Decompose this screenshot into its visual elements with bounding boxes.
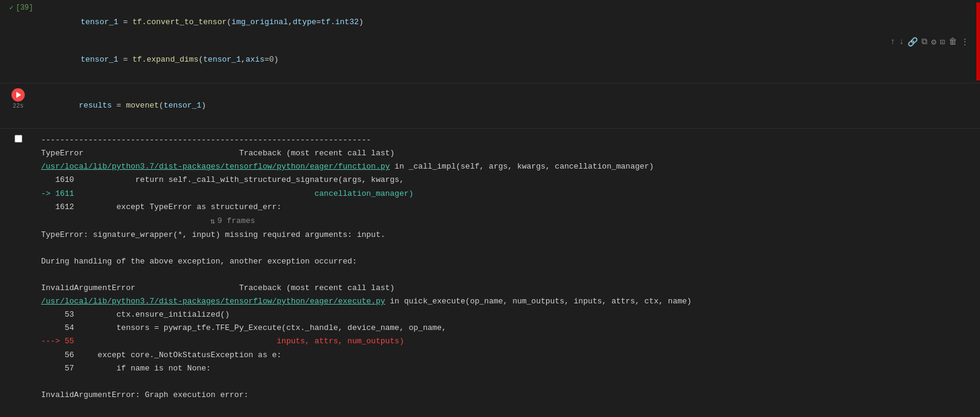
line-54: 54 tensors = pywrap_tfe.TFE_Py_Execute(c… xyxy=(41,322,975,335)
separator-line: ----------------------------------------… xyxy=(41,134,975,147)
stop-button[interactable] xyxy=(11,88,25,102)
invalid-arg-header: InvalidArgumentError Traceback (most rec… xyxy=(41,282,975,295)
monitor-icon[interactable]: ⊡ xyxy=(940,37,945,47)
frames-indicator: ⇅ 9 frames xyxy=(210,216,255,226)
line-1611-arrow: -> 1611 cancellation_manager) xyxy=(41,187,975,201)
line-1612: 1612 except TypeError as structured_err: xyxy=(41,201,975,214)
line-55-arrow: ---> 55 inputs, attrs, num_outputs) xyxy=(41,335,975,348)
scroll-up-icon[interactable]: ↑ xyxy=(890,37,895,47)
cell-toolbar: ↑ ↓ 🔗 ⧉ ⚙ ⊡ 🗑 ⋮ xyxy=(890,2,976,80)
blank-2 xyxy=(41,268,975,282)
line-53: 53 ctx.ensure_initialized() xyxy=(41,308,975,322)
notebook: ✓ [39] tensor_1 = tf.convert_to_tensor(i… xyxy=(0,0,980,417)
output-content: ----------------------------------------… xyxy=(36,131,980,417)
function-file-line: /usr/local/lib/python3.7/dist-packages/t… xyxy=(41,160,975,173)
running-gutter: 22s xyxy=(0,86,36,126)
execute-file-line: /usr/local/lib/python3.7/dist-packages/t… xyxy=(41,295,975,308)
during-handling: During handling of the above exception, … xyxy=(41,255,975,268)
type-error-header: TypeError Traceback (most recent call la… xyxy=(41,147,975,160)
red-bar xyxy=(976,2,980,80)
execute-file-link[interactable]: /usr/local/lib/python3.7/dist-packages/t… xyxy=(41,297,385,306)
output-checkbox[interactable] xyxy=(15,135,22,143)
line-56: 56 except core._NotOkStatusException as … xyxy=(41,349,975,362)
cell-output: ----------------------------------------… xyxy=(0,128,980,417)
blank-4 xyxy=(41,402,975,415)
cell-39-input: ✓ [39] tensor_1 = tf.convert_to_tensor(i… xyxy=(0,0,980,83)
trash-icon[interactable]: 🗑 xyxy=(949,37,957,47)
scroll-down-icon[interactable]: ↓ xyxy=(899,37,904,47)
function-file-link[interactable]: /usr/local/lib/python3.7/dist-packages/t… xyxy=(41,162,390,171)
error-output: ----------------------------------------… xyxy=(41,134,975,417)
frames-text: 9 frames xyxy=(218,216,255,225)
frames-chevron: ⇅ xyxy=(210,216,215,226)
blank-1 xyxy=(41,242,975,255)
copy-icon[interactable]: ⧉ xyxy=(921,37,927,47)
output-gutter xyxy=(0,131,36,417)
execution-time: 22s xyxy=(13,103,24,109)
running-code[interactable]: results = movenet(tensor_1) xyxy=(36,86,980,126)
code-line-2: tensor_1 = tf.expand_dims(tensor_1,axis=… xyxy=(43,41,885,79)
link-icon[interactable]: 🔗 xyxy=(907,37,918,47)
cell-39-gutter: ✓ [39] xyxy=(2,2,38,80)
line-1610: 1610 return self._call_with_structured_s… xyxy=(41,173,975,187)
execute-link-suffix: in quick_execute(op_name, num_outputs, i… xyxy=(385,297,692,306)
cell-39-code[interactable]: tensor_1 = tf.convert_to_tensor(img_orig… xyxy=(38,2,890,80)
line-57: 57 if name is not None: xyxy=(41,362,975,375)
settings-icon[interactable]: ⚙ xyxy=(931,37,936,47)
code-line-1: tensor_1 = tf.convert_to_tensor(img_orig… xyxy=(43,4,885,41)
function-link-suffix: in _call_impl(self, args, kwargs, cancel… xyxy=(390,162,654,171)
running-code-line: results = movenet(tensor_1) xyxy=(41,87,975,124)
invalid-error-msg: InvalidArgumentError: Graph execution er… xyxy=(41,389,975,402)
blank-3 xyxy=(41,375,975,389)
cell-running: 22s results = movenet(tensor_1) xyxy=(0,83,980,128)
check-icon: ✓ xyxy=(10,4,14,11)
exec-count-39: [39] xyxy=(16,4,33,12)
more-icon[interactable]: ⋮ xyxy=(961,37,969,47)
type-error-msg: TypeError: signature_wrapper(*, input) m… xyxy=(41,228,975,242)
